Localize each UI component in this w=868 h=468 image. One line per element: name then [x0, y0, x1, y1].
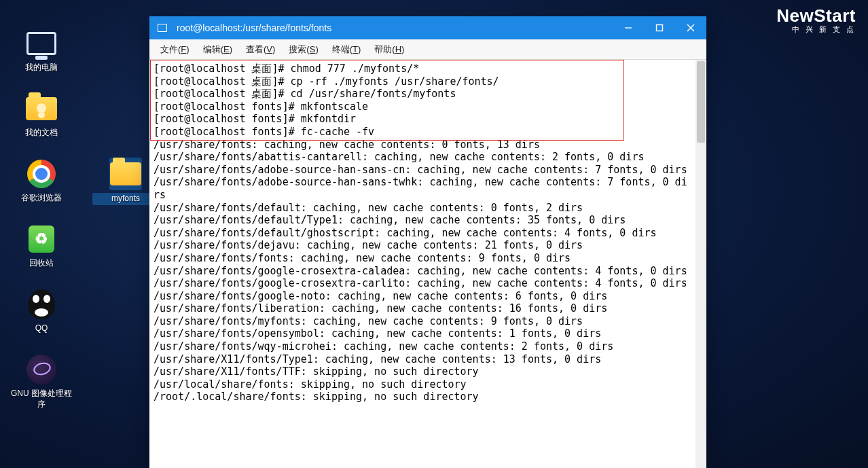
- desktop-icon-documents[interactable]: 我的文档: [8, 92, 75, 139]
- window-close-button[interactable]: [675, 16, 706, 39]
- menu-t[interactable]: 终端(T): [325, 41, 368, 58]
- scrollbar-thumb[interactable]: [697, 61, 705, 143]
- desktop-icon-qq[interactable]: QQ: [8, 288, 75, 334]
- computer-icon: [25, 27, 58, 60]
- desktop-icon-label: 我的文档: [8, 128, 75, 139]
- desktop-icon-chrome[interactable]: 谷歌浏览器: [8, 158, 75, 204]
- desktop-icon-gimp[interactable]: GNU 图像处理程序: [8, 353, 75, 410]
- desktop-icon-label: 我的电脑: [8, 62, 75, 73]
- brand-tagline: 中 兴 新 支 点: [776, 26, 856, 33]
- desktop: 我的电脑 我的文档 谷歌浏览器 ♻ 回收站 QQ GNU 图像处理程序 myfo…: [0, 0, 868, 468]
- svg-rect-1: [657, 25, 663, 31]
- menu-f[interactable]: 文件(F): [153, 41, 196, 58]
- trash-icon: ♻: [25, 223, 58, 255]
- window-title: root@localhost:/usr/share/fonts/fonts: [177, 22, 613, 33]
- menu-bar: 文件(F)编辑(E)查看(V)搜索(S)终端(T)帮助(H): [149, 39, 706, 60]
- terminal-window: root@localhost:/usr/share/fonts/fonts 文件…: [149, 16, 706, 468]
- menu-h[interactable]: 帮助(H): [367, 41, 411, 58]
- terminal-app-icon: [158, 24, 167, 32]
- desktop-icon-label: 谷歌浏览器: [8, 193, 75, 204]
- menu-e[interactable]: 编辑(E): [196, 41, 239, 58]
- desktop-icon-label: GNU 图像处理程序: [8, 389, 75, 410]
- scrollbar[interactable]: [695, 60, 706, 468]
- menu-s[interactable]: 搜索(S): [282, 41, 325, 58]
- desktop-icon-label: 回收站: [8, 258, 75, 269]
- window-minimize-button[interactable]: [613, 16, 644, 39]
- desktop-icon-label: QQ: [8, 323, 75, 334]
- terminal-output[interactable]: [root@localhost 桌面]# chmod 777 ./myfonts…: [149, 60, 695, 468]
- window-maximize-button[interactable]: [644, 16, 675, 39]
- brand-logo: NewStart 中 兴 新 支 点: [776, 7, 856, 33]
- qq-icon: [25, 288, 58, 321]
- folder-person-icon: [25, 92, 58, 125]
- menu-v[interactable]: 查看(V): [239, 41, 282, 58]
- brand-name: NewStart: [776, 5, 856, 26]
- chrome-icon: [25, 158, 58, 190]
- window-titlebar[interactable]: root@localhost:/usr/share/fonts/fonts: [149, 16, 706, 39]
- terminal-body: [root@localhost 桌面]# chmod 777 ./myfonts…: [149, 60, 706, 468]
- folder-icon: [109, 158, 142, 190]
- desktop-icon-computer[interactable]: 我的电脑: [8, 27, 75, 73]
- gimp-icon: [25, 353, 58, 386]
- desktop-icon-trash[interactable]: ♻ 回收站: [8, 223, 75, 269]
